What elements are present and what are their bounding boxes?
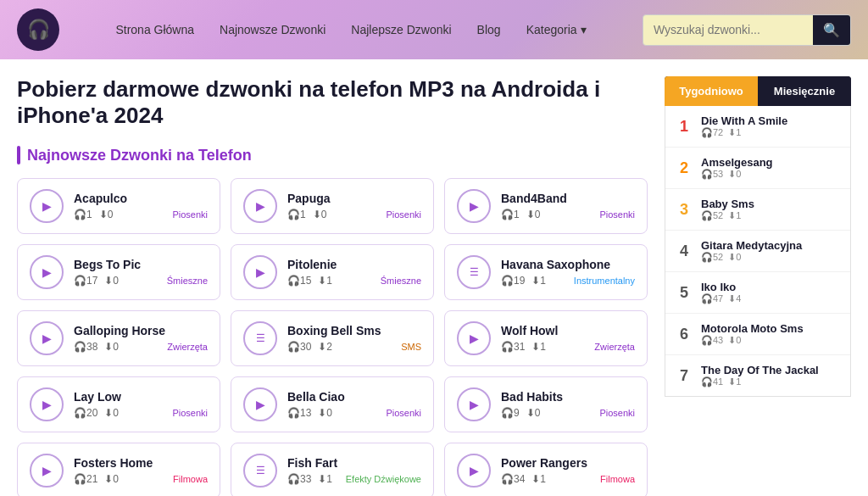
ranking-item: 2 Amselgesang 🎧53 ⬇0	[665, 148, 850, 189]
list-icon[interactable]: ☰	[243, 321, 277, 355]
list-item: ▶ Fosters Home 🎧21 ⬇0 Filmowa	[17, 443, 220, 496]
card-tag: Filmowa	[600, 474, 635, 484]
ranking-downloads: ⬇1	[728, 127, 741, 138]
downloads-count: ⬇0	[104, 407, 119, 419]
play-button[interactable]: ▶	[457, 189, 491, 223]
list-item: ▶ Galloping Horse 🎧38 ⬇0 Zwierzęta	[17, 310, 220, 366]
downloads-count: ⬇1	[318, 473, 332, 485]
play-button[interactable]: ▶	[30, 189, 64, 223]
tab-monthly[interactable]: Miesięcznie	[758, 76, 851, 106]
card-meta: 🎧9 ⬇0 Piosenki	[501, 407, 635, 419]
ranking-title: Motorola Moto Sms	[701, 322, 840, 335]
ranking-plays: 🎧47	[701, 293, 723, 304]
card-meta: 🎧21 ⬇0 Filmowa	[74, 473, 208, 485]
ranking-meta: 🎧43 ⬇0	[701, 335, 840, 346]
ranking-meta: 🎧53 ⬇0	[701, 169, 840, 180]
downloads-count: ⬇0	[99, 209, 114, 220]
ranking-plays: 🎧53	[701, 169, 723, 180]
card-meta: 🎧1 ⬇0 Piosenki	[501, 209, 635, 220]
rank-number: 6	[676, 326, 693, 343]
ranking-plays: 🎧52	[701, 210, 723, 221]
card-meta: 🎧30 ⬇2 SMS	[287, 341, 421, 353]
ranking-info: Die With A Smile 🎧72 ⬇1	[701, 114, 840, 138]
card-info: Fish Fart 🎧33 ⬇1 Efekty Dźwiękowe	[287, 456, 421, 485]
play-button[interactable]: ▶	[457, 321, 491, 355]
card-title: Bad Habits	[501, 390, 635, 404]
play-button[interactable]: ▶	[457, 387, 491, 421]
header: 🎧 Strona Główna Najnowsze Dzwonki Najlep…	[0, 0, 868, 59]
downloads-count: ⬇1	[531, 275, 546, 287]
play-button[interactable]: ▶	[457, 454, 491, 488]
card-title: Galloping Horse	[74, 324, 208, 337]
search-input[interactable]	[643, 16, 813, 43]
ranking-title: Amselgesang	[701, 156, 840, 169]
ranking-meta: 🎧41 ⬇1	[701, 376, 840, 387]
main-content: Pobierz darmowe dzwonki na telefon MP3 n…	[0, 59, 868, 496]
downloads-count: ⬇0	[526, 407, 541, 419]
card-meta: 🎧13 ⬇0 Piosenki	[287, 407, 421, 419]
search-bar: 🔍	[643, 14, 851, 46]
ranking-meta: 🎧52 ⬇0	[701, 252, 840, 263]
nav-blog[interactable]: Blog	[477, 23, 501, 36]
list-item: ☰ Havana Saxophone 🎧19 ⬇1 Instrumentalny	[444, 244, 648, 300]
tab-bar: Tygodniowo Miesięcznie	[665, 76, 851, 106]
rank-number: 4	[676, 242, 693, 260]
play-button[interactable]: ▶	[30, 255, 64, 289]
ranking-item: 6 Motorola Moto Sms 🎧43 ⬇0	[665, 314, 850, 355]
card-title: Pitolenie	[287, 258, 421, 271]
card-meta: 🎧34 ⬇1 Filmowa	[501, 473, 635, 485]
card-info: Fosters Home 🎧21 ⬇0 Filmowa	[74, 456, 208, 485]
ranking-meta: 🎧52 ⬇1	[701, 210, 840, 221]
card-tag: Piosenki	[599, 209, 635, 220]
ranking-info: Amselgesang 🎧53 ⬇0	[701, 156, 840, 180]
card-tag: Piosenki	[386, 209, 421, 220]
cards-grid: ▶ Acapulco 🎧1 ⬇0 Piosenki ▶ Papuga 🎧1 ⬇0…	[17, 178, 648, 496]
list-item: ☰ Fish Fart 🎧33 ⬇1 Efekty Dźwiękowe	[231, 443, 434, 496]
nav-kategoria[interactable]: Kategoria ▾	[526, 23, 587, 36]
list-icon[interactable]: ☰	[243, 454, 277, 488]
downloads-count: ⬇0	[313, 209, 327, 220]
ranking-item: 5 Iko Iko 🎧47 ⬇4	[665, 272, 850, 314]
play-button[interactable]: ▶	[243, 387, 277, 421]
ranking-info: Iko Iko 🎧47 ⬇4	[701, 281, 840, 304]
list-icon[interactable]: ☰	[457, 255, 491, 289]
search-button[interactable]: 🔍	[813, 15, 850, 45]
play-button[interactable]: ▶	[30, 321, 64, 355]
play-button[interactable]: ▶	[30, 454, 64, 488]
rank-number: 5	[676, 284, 693, 302]
nav-najnowsze[interactable]: Najnowsze Dzwonki	[220, 23, 326, 36]
ranking-item: 3 Baby Sms 🎧52 ⬇1	[665, 189, 850, 231]
card-tag: Śmieszne	[381, 276, 421, 286]
plays-count: 🎧30	[287, 341, 311, 353]
play-button[interactable]: ▶	[243, 255, 277, 289]
section-title: Najnowsze Dzwonki na Telefon	[27, 147, 252, 164]
ranking-plays: 🎧52	[701, 252, 723, 263]
play-button[interactable]: ▶	[243, 189, 277, 223]
card-tag: SMS	[401, 342, 421, 352]
list-item: ▶ Band4Band 🎧1 ⬇0 Piosenki	[444, 178, 648, 234]
ranking-plays: 🎧43	[701, 335, 723, 346]
play-button[interactable]: ▶	[30, 387, 64, 421]
list-item: ▶ Acapulco 🎧1 ⬇0 Piosenki	[17, 178, 220, 234]
ranking-item: 7 The Day Of The Jackal 🎧41 ⬇1	[665, 355, 850, 396]
nav-najlepsze[interactable]: Najlepsze Dzwonki	[351, 23, 451, 36]
ranking-title: Gitara Medytacyjna	[701, 239, 840, 252]
list-item: ▶ Wolf Howl 🎧31 ⬇1 Zwierzęta	[444, 310, 648, 366]
downloads-count: ⬇1	[531, 473, 546, 485]
card-meta: 🎧17 ⬇0 Śmieszne	[74, 275, 208, 287]
card-title: Wolf Howl	[501, 324, 635, 337]
plays-count: 🎧1	[501, 209, 520, 220]
list-item: ☰ Boxing Bell Sms 🎧30 ⬇2 SMS	[231, 310, 434, 366]
list-item: ▶ Papuga 🎧1 ⬇0 Piosenki	[231, 178, 434, 234]
card-title: Power Rangers	[501, 456, 635, 470]
ranking-plays: 🎧72	[701, 127, 723, 138]
rank-number: 1	[676, 118, 693, 136]
card-tag: Zwierzęta	[594, 342, 635, 352]
nav-strona[interactable]: Strona Główna	[115, 23, 194, 36]
card-tag: Filmowa	[173, 474, 208, 484]
list-item: ▶ Bad Habits 🎧9 ⬇0 Piosenki	[444, 376, 648, 432]
plays-count: 🎧13	[287, 407, 311, 419]
tab-weekly[interactable]: Tygodniowo	[665, 76, 758, 106]
card-info: Havana Saxophone 🎧19 ⬇1 Instrumentalny	[501, 258, 635, 287]
card-tag: Piosenki	[172, 209, 208, 220]
